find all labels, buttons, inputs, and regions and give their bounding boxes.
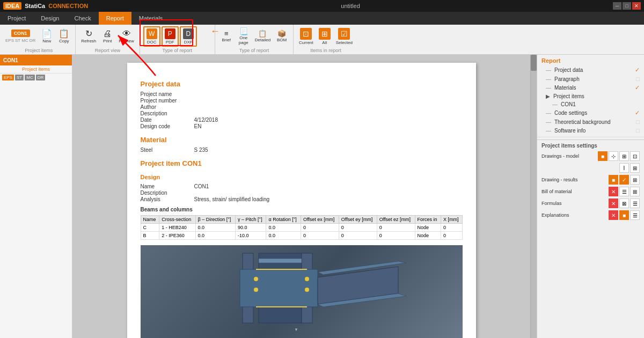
table-row: C 1 - HEB240 0.0 90.0 0.0 0 0 0 Node 0	[141, 224, 462, 232]
pdf-button[interactable]: P PDF	[162, 26, 179, 47]
refresh-button[interactable]: ↻ Refresh	[79, 26, 98, 47]
preview-button[interactable]: 👁 Preview	[116, 26, 136, 47]
detailed-icon: 📋	[258, 30, 267, 37]
all-icon: ⊞	[319, 28, 331, 40]
pis-bm-icon-1[interactable]: ✕	[609, 187, 618, 196]
field-label-steel: Steel	[141, 147, 189, 153]
brief-label: Brief	[222, 38, 231, 42]
pis-drawings-model-icons: ■ ⊹ ⊞ ⊡	[598, 151, 640, 161]
current-button[interactable]: ⊡ Current	[297, 26, 316, 47]
maximize-button[interactable]: □	[623, 2, 631, 10]
rp-project-data[interactable]: — Project data ✓	[537, 65, 644, 75]
pis-f-icon-3[interactable]: ☰	[630, 199, 640, 208]
new-button[interactable]: 📄 New	[39, 26, 55, 47]
rp-materials[interactable]: — Materials ✓	[537, 83, 644, 92]
col-offset-ey: Offset ey [mm]	[339, 216, 377, 224]
field-analysis: Analysis Stress, strain/ simplified load…	[141, 196, 463, 202]
scrollbar-thumb[interactable]	[531, 55, 537, 71]
pis-e-icon-2[interactable]: ■	[619, 210, 629, 220]
bom-icon: 📦	[277, 30, 286, 37]
row1-alpha: 0.0	[266, 224, 301, 232]
pis-icon-1[interactable]: ■	[598, 151, 608, 161]
one-page-button[interactable]: 📃 One page	[236, 26, 252, 47]
detailed-button[interactable]: 📋 Detailed	[253, 26, 273, 47]
mc-tag: MC	[25, 75, 34, 80]
st-tag: ST	[15, 38, 20, 43]
pis-bm-icon-3[interactable]: ⊞	[630, 187, 640, 196]
rp-check-code: ✓	[635, 109, 640, 116]
pis-bm-icon-2[interactable]: ☰	[619, 187, 629, 196]
menu-report[interactable]: Report	[99, 12, 131, 25]
selected-label: Selected	[336, 40, 353, 45]
dxf-button[interactable]: D DXF	[180, 26, 197, 47]
row2-ex: 0	[301, 232, 339, 240]
row2-ez: 0	[377, 232, 415, 240]
pis-icon-3[interactable]: ⊞	[619, 151, 629, 161]
doc-button[interactable]: W DOC	[143, 26, 160, 47]
rp-code-settings-label: Code settings	[554, 110, 587, 116]
all-button[interactable]: ⊞ All	[317, 26, 333, 47]
menu-materials[interactable]: Materials	[131, 12, 171, 25]
rp-code-settings[interactable]: — Code settings ✓	[537, 108, 644, 117]
field-project-number: Project number	[141, 98, 463, 104]
menu-project[interactable]: Project	[0, 12, 33, 25]
rp-software-info[interactable]: — Software info □	[537, 126, 644, 135]
print-button[interactable]: 🖨 Print	[99, 26, 115, 47]
dxf-icon: D	[183, 28, 194, 39]
pis-dr-icon-3[interactable]: ⊞	[630, 175, 640, 185]
project-panel: CON1 Project items EPS ST MC DR	[0, 55, 72, 338]
pis-icon-grid[interactable]: ⊞	[630, 163, 640, 173]
items-buttons: ⊡ Current ⊞ All ☑ Selected	[297, 26, 355, 47]
pis-icon-2[interactable]: ⊹	[609, 151, 618, 161]
toolbar-detail-section: ≡ Brief 📃 One page 📋 Detailed 📦 BOM Type…	[215, 25, 294, 54]
pis-e-icon-3[interactable]: ☰	[630, 210, 640, 220]
close-button[interactable]: ✕	[632, 2, 641, 10]
rp-paragraph[interactable]: — Paragraph □	[537, 75, 644, 83]
menu-check[interactable]: Check	[67, 12, 99, 25]
pis-icon-4[interactable]: ⊡	[630, 151, 640, 161]
rp-con1[interactable]: — CON1	[537, 100, 644, 108]
mc-tag: MC	[21, 38, 28, 43]
rp-project-items[interactable]: ▶ Project items	[537, 92, 644, 100]
refresh-label: Refresh	[81, 39, 96, 43]
field-label-code: Design code	[141, 123, 189, 129]
rp-software-label: Software info	[554, 128, 586, 134]
window-controls[interactable]: ─ □ ✕	[613, 2, 641, 10]
pis-f-icon-2[interactable]: ⊠	[619, 199, 629, 208]
field-description: Description	[141, 111, 463, 116]
rp-dash5: —	[546, 110, 551, 116]
menu-design[interactable]: Design	[33, 12, 67, 25]
pis-dr-icon-2[interactable]: ✓	[619, 175, 629, 185]
minimize-button[interactable]: ─	[613, 2, 621, 10]
con1-button[interactable]: CON1	[11, 30, 30, 37]
rp-dash3: —	[546, 85, 551, 91]
project-items-label: Project items	[5, 48, 72, 53]
row1-gamma: 90.0	[236, 224, 266, 232]
one-page-icon: 📃	[239, 28, 248, 35]
rp-theoretical[interactable]: — Theoretical background □	[537, 117, 644, 126]
pis-e-icon-1[interactable]: ✕	[609, 210, 618, 220]
row2-beta: 0.0	[195, 232, 235, 240]
brief-button[interactable]: ≡ Brief	[218, 26, 235, 47]
toolbar-items-section: ⊡ Current ⊞ All ☑ Selected Items in repo…	[294, 25, 358, 54]
scrollbar[interactable]	[530, 55, 537, 338]
col-offset-ex: Offset ex [mm]	[301, 216, 339, 224]
pis-f-icon-1[interactable]: ✕	[609, 199, 618, 208]
bom-button[interactable]: 📦 BOM	[274, 26, 290, 47]
field-label-name: Project name	[141, 91, 189, 97]
table-row: B 2 - IPE360 0.0 -10.0 0.0 0 0 0 Node 0	[141, 232, 462, 240]
row1-beta: 0.0	[195, 224, 235, 232]
col-name: Name	[141, 216, 159, 224]
field-label-name2: Name	[141, 183, 189, 189]
all-label: All	[322, 40, 327, 45]
doc-label: DOC	[147, 40, 157, 45]
report-view: Project data Project name Project number…	[72, 55, 530, 338]
rp-con1-label: CON1	[561, 101, 576, 107]
selected-button[interactable]: ☑ Selected	[334, 26, 355, 47]
pis-dr-icon-1[interactable]: ■	[609, 175, 618, 185]
copy-button[interactable]: 📋 Copy	[56, 26, 72, 47]
field-author: Author	[141, 104, 463, 110]
rp-dash6: —	[546, 119, 551, 125]
pis-icon-i[interactable]: I	[619, 163, 629, 173]
col-gamma: γ – Pitch [°]	[236, 216, 266, 224]
